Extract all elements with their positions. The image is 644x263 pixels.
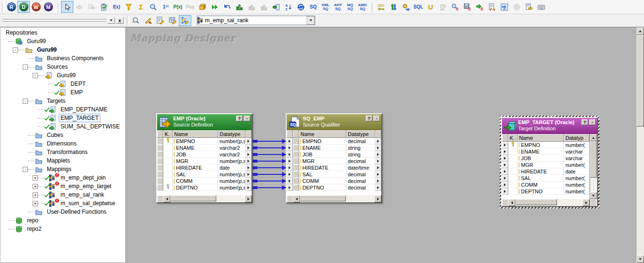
help-button[interactable]: ?: [582, 119, 588, 125]
canvas-vertical-scrollbar[interactable]: [636, 27, 644, 263]
column-header-key[interactable]: K.: [163, 130, 173, 138]
link-sal-to-sal[interactable]: [253, 174, 286, 175]
scroll-right-button[interactable]: [582, 199, 590, 206]
refresh-objects-tool[interactable]: [486, 1, 498, 13]
scroll-left-button[interactable]: [293, 195, 300, 202]
output-port[interactable]: [375, 171, 381, 178]
column-header-name[interactable]: Name: [518, 134, 564, 142]
export-object-tool[interactable]: [523, 1, 535, 13]
port-row-hiredate[interactable]: HIREDATEdate: [502, 168, 590, 175]
amg-source-qualifier-tool[interactable]: AMGSQ: [356, 1, 369, 13]
input-port[interactable]: [287, 178, 293, 184]
column-header-datatype[interactable]: Datatype: [346, 130, 375, 138]
tree-item-m-emp-dept-join[interactable]: +m_emp_dept_join: [1, 173, 125, 182]
tree-item-guru99[interactable]: -Guru99: [1, 45, 125, 54]
input-port[interactable]: [502, 175, 508, 181]
input-port[interactable]: [287, 164, 293, 171]
output-port[interactable]: [246, 164, 252, 171]
link-hiredate-to-hiredate[interactable]: [253, 167, 286, 168]
port-row-ename[interactable]: ENAMEvarchar: [502, 148, 590, 155]
tree-expander-minus[interactable]: -: [23, 99, 28, 104]
port-row-deptno[interactable]: DEPTNOnumber(: [502, 188, 590, 195]
transformation-title-bar[interactable]: SQSQ_EMPSource Qualifier?-: [287, 114, 381, 130]
update-strategy-tool[interactable]: Pay: [184, 1, 196, 13]
xml-generator-tool[interactable]: [388, 1, 400, 13]
scrollbar-thumb[interactable]: [300, 195, 346, 201]
external-procedure-tool[interactable]: [258, 1, 270, 13]
output-port[interactable]: [246, 151, 252, 158]
input-port[interactable]: [502, 155, 508, 162]
normalizer-transformation-tool[interactable]: [209, 1, 221, 13]
port-row-mgr[interactable]: MGRdecimal: [287, 158, 381, 164]
link-ports-tool[interactable]: [73, 1, 86, 13]
edit-mapping-tool[interactable]: [179, 15, 191, 26]
joiner-transformation-tool[interactable]: [196, 1, 209, 13]
tree-item-mappings[interactable]: -Mappings: [1, 165, 125, 173]
table-horizontal-scrollbar[interactable]: [157, 195, 252, 202]
scroll-right-button[interactable]: [374, 195, 381, 202]
scrollbar-thumb[interactable]: [636, 36, 644, 127]
input-port[interactable]: [502, 142, 508, 148]
output-port[interactable]: [246, 138, 252, 145]
java-transformation-tool[interactable]: [437, 1, 449, 13]
workflow-monitor-app[interactable]: M: [42, 1, 54, 13]
output-port[interactable]: [246, 184, 252, 191]
port-row-ename[interactable]: ENAMEstring: [287, 145, 381, 151]
table-horizontal-scrollbar[interactable]: [287, 195, 381, 202]
tree-item-repo[interactable]: repo: [1, 216, 125, 225]
tree-item-emp-deptname[interactable]: EMP_DEPTNAME: [1, 105, 125, 114]
port-row-job[interactable]: JOBvarchar2: [157, 151, 252, 158]
help-button[interactable]: ?: [236, 116, 243, 121]
port-row-hiredate[interactable]: HIREDATEdate/time: [287, 164, 381, 171]
compare-objects-tool[interactable]: [498, 1, 511, 13]
help-button[interactable]: ?: [366, 116, 372, 121]
transaction-control-tool[interactable]: [295, 1, 307, 13]
aggregator-transformation-tool[interactable]: Σ: [135, 1, 147, 13]
column-header-name[interactable]: Name: [173, 130, 218, 138]
tree-expander-minus[interactable]: -: [13, 47, 18, 53]
transformation-title-bar[interactable]: EMP (Oracle)Source Definition?-: [157, 114, 252, 130]
link-empno-to-empno[interactable]: [253, 141, 286, 142]
select-tool[interactable]: [61, 1, 73, 13]
port-row-job[interactable]: JOBvarchar: [502, 155, 590, 162]
custom-transformation-tool[interactable]: [246, 1, 258, 13]
arrange-workspace-tool[interactable]: [142, 15, 154, 26]
scroll-down-button[interactable]: [590, 192, 597, 199]
router-transformation-tool[interactable]: [233, 1, 246, 13]
output-port[interactable]: [246, 158, 252, 164]
link-deptno-to-deptno[interactable]: [253, 187, 286, 188]
port-row-deptno[interactable]: DEPTNOnumber(p,s: [157, 184, 252, 191]
sorter-transformation-tool[interactable]: AZ: [282, 1, 295, 13]
output-port[interactable]: [246, 178, 252, 184]
input-port[interactable]: [287, 158, 293, 164]
undo-tool[interactable]: [221, 1, 233, 13]
minimize-button[interactable]: -: [373, 116, 380, 121]
validate-mapping-tool[interactable]: [98, 1, 110, 13]
input-port[interactable]: [287, 184, 293, 191]
tree-item-transformations[interactable]: Transformations: [1, 148, 125, 156]
tree-item-m-sum-sal-deptwise[interactable]: +m_sum_sal_deptwise: [1, 199, 125, 208]
input-port[interactable]: [287, 171, 293, 178]
keyboard-shortcuts-tool[interactable]: [535, 1, 547, 13]
link-job-to-job[interactable]: [253, 154, 286, 155]
mapping-canvas[interactable]: Mapping Designer EMP (Oracle)Source Defi…: [126, 27, 644, 263]
mapping-selector-dropdown-button[interactable]: [307, 16, 315, 25]
scrollbar-track[interactable]: [515, 199, 582, 206]
web-services-tool[interactable]: [511, 1, 523, 13]
mq-source-qualifier-tool[interactable]: MQSQ: [344, 1, 356, 13]
repository-manager-app[interactable]: R: [5, 1, 18, 13]
application-source-qualifier-tool[interactable]: APPSQ: [332, 1, 344, 13]
port-row-comm[interactable]: COMMnumber(p,s: [157, 178, 252, 184]
scroll-down-button[interactable]: [636, 255, 644, 263]
transformation-emp-target[interactable]: EMP_TARGET (Oracle)Target Definition?-K.…: [501, 117, 598, 207]
navigator-toolbar-handle[interactable]: [2, 19, 106, 22]
port-row-ename[interactable]: ENAMEvarchar2: [157, 145, 252, 151]
expression-transformation-tool[interactable]: f(x): [110, 1, 123, 13]
find-tool[interactable]: S: [449, 1, 461, 13]
source-qualifier-tool[interactable]: SQ: [307, 1, 319, 13]
scroll-left-button[interactable]: [163, 195, 170, 202]
mapping-wizard-tool[interactable]: [400, 1, 412, 13]
port-row-empno[interactable]: EMPNOnumber(p,s: [157, 138, 252, 145]
edit-list-tool[interactable]: [154, 15, 167, 26]
output-port[interactable]: [375, 184, 381, 191]
